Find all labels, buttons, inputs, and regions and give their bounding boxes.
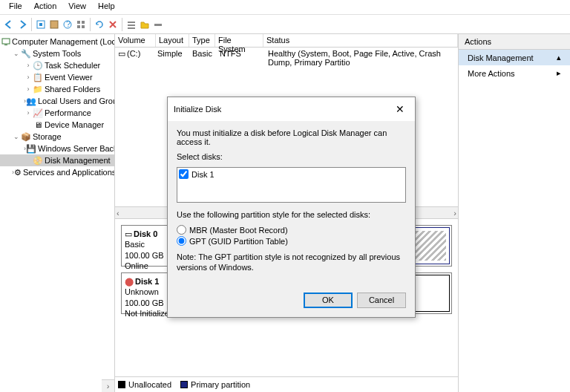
disk-icon: 📀 — [33, 155, 43, 166]
storage-icon: 📦 — [21, 131, 31, 142]
list-icon[interactable] — [125, 19, 137, 30]
svg-rect-7 — [77, 25, 80, 28]
select-disks-label: Select disks: — [177, 152, 406, 161]
tree-local-users[interactable]: ›👥Local Users and Groups — [0, 95, 114, 107]
tree-services[interactable]: ›⚙Services and Applications — [0, 166, 114, 178]
expand-icon: ▸ — [557, 68, 561, 78]
backup-icon: 💾 — [26, 143, 36, 154]
tree-root[interactable]: Computer Management (Local — [0, 36, 114, 48]
col-fs[interactable]: File System — [215, 34, 263, 47]
tree-system-tools[interactable]: ⌄🔧System Tools — [0, 48, 114, 59]
event-icon: 📋 — [33, 72, 43, 82]
mbr-radio[interactable] — [177, 225, 186, 235]
volume-icon: ▭ — [118, 49, 127, 59]
gpt-radio[interactable] — [177, 236, 186, 246]
tree-task-scheduler[interactable]: ›🕒Task Scheduler — [0, 59, 114, 71]
settings-icon[interactable] — [152, 19, 164, 30]
cancel-button[interactable]: Cancel — [357, 293, 406, 308]
delete-icon[interactable] — [107, 19, 119, 30]
clock-icon: 🕒 — [33, 60, 43, 71]
svg-rect-12 — [154, 24, 162, 26]
tools-icon: 🔧 — [21, 48, 31, 59]
tree-shared-folders[interactable]: ›📁Shared Folders — [0, 83, 114, 95]
disk-select-list[interactable]: Disk 1 — [177, 167, 406, 203]
properties-icon[interactable] — [48, 19, 60, 30]
menu-action[interactable]: Action — [28, 0, 63, 14]
back-icon[interactable] — [3, 19, 15, 30]
col-type[interactable]: Type — [189, 34, 215, 47]
svg-rect-1 — [39, 23, 42, 26]
svg-rect-14 — [4, 45, 7, 45]
svg-rect-8 — [82, 25, 85, 28]
svg-rect-11 — [128, 27, 135, 29]
col-layout[interactable]: Layout — [156, 34, 189, 47]
tree-device-manager[interactable]: 🖥Device Manager — [0, 119, 114, 131]
tree-performance[interactable]: ›📈Performance — [0, 107, 114, 119]
toolbar: ? — [0, 15, 570, 34]
initialize-disk-dialog: Initialize Disk ✕ You must initialize a … — [167, 97, 416, 318]
forward-icon[interactable] — [16, 19, 28, 30]
tree-wsb[interactable]: ›💾Windows Server Backup — [0, 143, 114, 154]
menu-view[interactable]: View — [62, 0, 92, 14]
up-icon[interactable] — [35, 19, 47, 30]
ok-button[interactable]: OK — [304, 293, 353, 308]
svg-rect-5 — [77, 21, 80, 24]
perf-icon: 📈 — [33, 108, 43, 118]
actions-header: Actions — [459, 34, 570, 50]
dialog-note: Note: The GPT partition style is not rec… — [177, 252, 406, 273]
grid-icon[interactable] — [75, 19, 87, 30]
svg-rect-9 — [128, 22, 135, 23]
device-icon: 🖥 — [33, 120, 43, 130]
services-icon: ⚙ — [14, 167, 22, 177]
svg-rect-13 — [2, 39, 10, 44]
menu-file[interactable]: File — [3, 0, 28, 14]
disk-1-checkbox[interactable] — [179, 169, 189, 179]
actions-pane: Actions Disk Management▴ More Actions▸ — [459, 34, 570, 392]
close-icon[interactable]: ✕ — [391, 102, 409, 117]
computer-icon — [1, 36, 10, 47]
menu-help[interactable]: Help — [92, 0, 121, 14]
tree-event-viewer[interactable]: ›📋Event Viewer — [0, 71, 114, 83]
disk-unknown-icon: ⬤ — [125, 276, 134, 287]
refresh-icon[interactable] — [94, 19, 105, 30]
folder-icon[interactable] — [139, 19, 151, 30]
help-icon[interactable]: ? — [62, 19, 73, 30]
volume-list-header: Volume Layout Type File System Status — [115, 34, 458, 48]
menu-bar: File Action View Help — [0, 0, 570, 15]
svg-text:?: ? — [66, 19, 71, 28]
partition-style-label: Use the following partition style for th… — [177, 210, 406, 219]
legend-primary: Primary partition — [180, 380, 250, 389]
folder-share-icon: 📁 — [33, 84, 43, 94]
svg-rect-6 — [82, 21, 85, 24]
svg-rect-10 — [128, 24, 135, 26]
dialog-title: Initialize Disk — [174, 105, 221, 114]
disk-drive-icon: ▭ — [125, 229, 132, 239]
col-volume[interactable]: Volume — [115, 34, 156, 47]
actions-more[interactable]: More Actions▸ — [459, 65, 570, 81]
users-icon: 👥 — [26, 96, 36, 106]
tree-scroll-right[interactable]: › — [102, 379, 114, 392]
collapse-icon: ▴ — [557, 53, 561, 62]
volume-row[interactable]: ▭ (C:) Simple Basic NTFS Healthy (System… — [115, 48, 458, 61]
legend-unallocated: Unallocated — [118, 380, 171, 389]
dialog-message: You must initialize a disk before Logica… — [177, 128, 406, 146]
col-status[interactable]: Status — [263, 34, 458, 47]
svg-rect-2 — [50, 21, 58, 28]
actions-disk-mgmt[interactable]: Disk Management▴ — [459, 50, 570, 65]
tree-storage[interactable]: ⌄📦Storage — [0, 131, 114, 143]
navigation-tree: Computer Management (Local ⌄🔧System Tool… — [0, 34, 115, 392]
tree-disk-management[interactable]: 📀Disk Management — [0, 154, 114, 166]
legend: Unallocated Primary partition — [115, 376, 458, 392]
